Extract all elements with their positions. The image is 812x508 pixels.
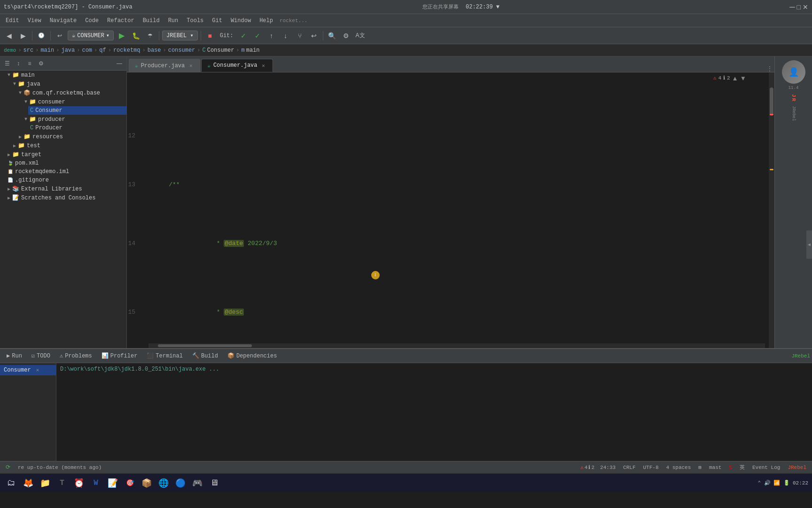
consumer-run-tab[interactable]: Consumer ✕ [0, 365, 56, 375]
taskbar-note[interactable]: 📝 [105, 476, 120, 491]
h-scrollbar[interactable] [148, 343, 765, 348]
menu-code[interactable]: Code [81, 16, 102, 25]
bottom-tab-run[interactable]: ▶ Run [2, 350, 27, 362]
sidebar-filter-btn[interactable]: ≡ [24, 58, 35, 69]
status-jrebel[interactable]: JRebel [786, 465, 808, 470]
sidebar-item-pom[interactable]: 🍃 pom.xml [6, 159, 126, 167]
git-check-button[interactable]: ✓ [237, 30, 250, 42]
sidebar-item-consumer-folder[interactable]: ▼ 📁 consumer [23, 97, 126, 106]
h-scrollbar-thumb[interactable] [158, 344, 252, 347]
breadcrumb-base[interactable]: base [148, 47, 161, 54]
maximize-button[interactable]: □ [797, 3, 801, 11]
sidebar-sort-btn[interactable]: ↕ [13, 58, 23, 69]
status-lang[interactable]: 英 [738, 464, 747, 471]
sidebar-item-scratches[interactable]: ▶ 📝 Scratches and Consoles [6, 193, 126, 202]
recent-files-button[interactable]: 🕐 [35, 30, 47, 42]
menu-git[interactable]: Git [208, 16, 226, 25]
menu-window[interactable]: Window [227, 16, 255, 25]
error-up-btn[interactable]: ▲ [732, 75, 738, 82]
sidebar-item-target[interactable]: ▶ 📁 target [6, 150, 126, 159]
status-git-icon[interactable]: ⟳ [4, 464, 12, 471]
v-scrollbar[interactable] [769, 72, 774, 348]
taskbar-files[interactable]: 🗂 [4, 476, 19, 491]
menu-refactor[interactable]: Refactor [103, 16, 138, 25]
code-editor[interactable]: ⚠ 4 ℹ 2 ▲ ▼ 12 13 [127, 72, 774, 348]
bottom-tab-dependencies[interactable]: 📦 Dependencies [223, 350, 281, 362]
producer-tab-close[interactable]: ✕ [187, 63, 194, 69]
minimize-button[interactable]: ─ [789, 3, 795, 11]
status-errors[interactable]: ⚠ 4 ℹ 2 [580, 464, 594, 470]
debug-button[interactable]: 🐛 [130, 30, 142, 42]
taskbar-word[interactable]: W [88, 476, 103, 491]
taskbar-game[interactable]: 🎮 [190, 476, 205, 491]
run-button[interactable]: ▶ [116, 30, 128, 42]
git-fetch-button[interactable]: ↑ [265, 30, 278, 42]
breadcrumb-java[interactable]: java [61, 47, 75, 54]
breadcrumb-demo[interactable]: demo [4, 48, 16, 53]
bottom-tab-todo[interactable]: ☑ TODO [27, 350, 55, 362]
taskbar-explorer[interactable]: 📁 [38, 476, 53, 491]
back-button[interactable]: ◀ [3, 30, 15, 42]
breadcrumb-com[interactable]: com [82, 47, 92, 54]
bottom-tab-terminal[interactable]: ⬛ Terminal [142, 350, 187, 362]
translate-button[interactable]: A文 [354, 30, 367, 42]
sidebar-item-iml[interactable]: 📋 rocketmqdemo.iml [6, 167, 126, 176]
sidebar-collapse-btn[interactable]: — [114, 58, 125, 69]
breadcrumb-main[interactable]: main [40, 47, 54, 54]
stop-button[interactable]: ■ [204, 30, 216, 42]
taskbar-monitor[interactable]: 🖥 [207, 476, 222, 491]
taskbar-firefox[interactable]: 🦊 [21, 476, 36, 491]
status-crlf[interactable]: CRLF [621, 465, 637, 470]
consumer-run-close[interactable]: ✕ [36, 367, 39, 373]
tab-menu-button[interactable]: ⋮ [767, 65, 773, 72]
tab-producer[interactable]: ☕ Producer.java ✕ [129, 59, 200, 72]
bottom-tab-problems[interactable]: ⚠ Problems [55, 350, 97, 362]
menu-build[interactable]: Build [139, 16, 164, 25]
sidebar-item-external-libs[interactable]: ▶ 📚 External Libraries [6, 184, 126, 193]
sidebar-scope-btn[interactable]: ☰ [2, 58, 12, 69]
bottom-tab-build[interactable]: 🔨 Build [187, 350, 223, 362]
breadcrumb-consumer-class[interactable]: C Consumer [203, 47, 234, 54]
git-push-button[interactable]: ✓ [251, 30, 264, 42]
consumer-tab-close[interactable]: ✕ [260, 62, 267, 69]
taskbar-package[interactable]: 📦 [139, 476, 154, 491]
breadcrumb-main-method[interactable]: m main [242, 47, 260, 54]
menu-view[interactable]: View [24, 16, 45, 25]
status-branch[interactable]: mast [707, 465, 723, 470]
sidebar-item-producer-folder[interactable]: ▼ 📁 producer [23, 115, 126, 124]
taskbar-clock[interactable]: ⏰ [71, 476, 86, 491]
status-sougou[interactable]: S [727, 465, 734, 470]
git-rollback-button[interactable]: ↩ [308, 30, 320, 42]
sidebar-item-main[interactable]: ▼ 📁 main [6, 71, 126, 79]
code-content[interactable]: ⚠ 4 ℹ 2 ▲ ▼ 12 13 [127, 72, 774, 348]
sidebar-item-package[interactable]: ▼ 📦 com.qf.rocketmq.base [17, 88, 126, 97]
menu-run[interactable]: Run [164, 16, 182, 25]
status-eventlog[interactable]: Event Log [750, 465, 782, 470]
taskbar-text[interactable]: T [55, 476, 70, 491]
git-merge-button[interactable]: ⑂ [294, 30, 306, 42]
run-coverage-button[interactable]: ☂ [144, 30, 156, 42]
jrebel-collapse[interactable]: ◀ [806, 230, 812, 259]
sidebar-settings-btn[interactable]: ⚙ [36, 58, 46, 69]
taskbar-blue[interactable]: 🔵 [173, 476, 188, 491]
status-indent[interactable]: 4 spaces [664, 465, 693, 470]
forward-button[interactable]: ▶ [17, 30, 29, 42]
sidebar-item-producer-class[interactable]: C Producer [28, 124, 126, 132]
settings-button[interactable]: ⚙ [340, 30, 352, 42]
taskbar-idea[interactable]: 🎯 [122, 476, 137, 491]
sidebar-item-consumer-class[interactable]: C Consumer [28, 106, 126, 115]
breadcrumb-qf[interactable]: qf [99, 47, 106, 54]
search-button[interactable]: 🔍 [326, 30, 338, 42]
close-button[interactable]: ✕ [803, 3, 808, 11]
menu-tools[interactable]: Tools [183, 16, 207, 25]
error-down-btn[interactable]: ▼ [740, 75, 746, 82]
breadcrumb-rocketmq[interactable]: rocketmq [113, 47, 141, 54]
breadcrumb-src[interactable]: src [23, 47, 34, 54]
menu-navigate[interactable]: Navigate [46, 16, 81, 25]
v-scrollbar-thumb[interactable] [770, 87, 773, 116]
menu-help[interactable]: Help [256, 16, 277, 25]
run-config-dropdown[interactable]: ☕ CONSUMER ▾ [68, 31, 114, 40]
status-position[interactable]: 24:33 [598, 465, 617, 470]
taskbar-edge[interactable]: 🌐 [156, 476, 171, 491]
sidebar-item-resources[interactable]: ▶ 📁 resources [17, 132, 126, 141]
